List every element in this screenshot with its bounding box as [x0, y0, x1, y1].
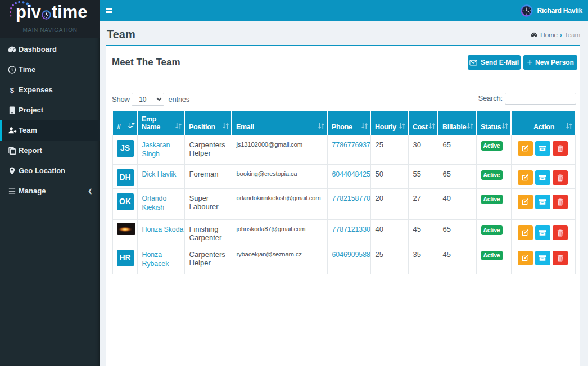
svg-text:$: $ [10, 86, 15, 94]
